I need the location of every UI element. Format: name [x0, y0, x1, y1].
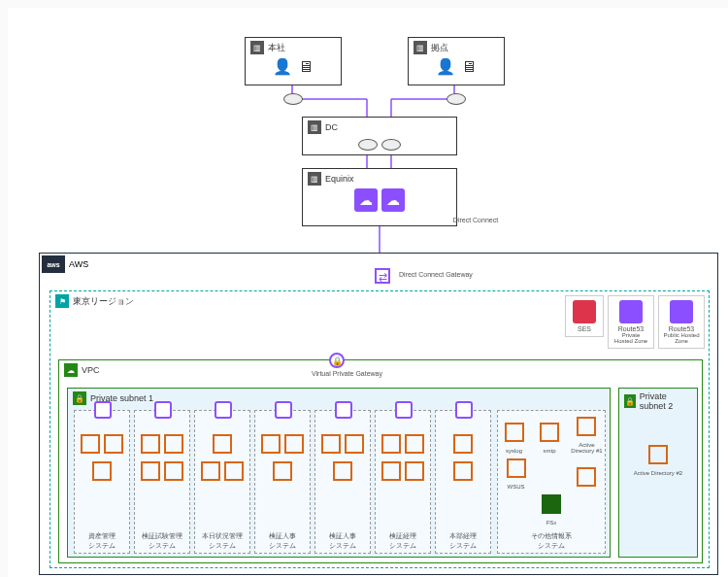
- router-icon: [283, 93, 303, 105]
- route53-icon: [619, 300, 643, 323]
- route53-icon: [670, 300, 693, 323]
- vgw-icon: 🔒: [329, 353, 345, 368]
- ec2-icon: [577, 467, 596, 487]
- ec2-icon: [577, 417, 596, 436]
- branch-label: 拠点: [431, 42, 448, 54]
- ec2-icon: [81, 434, 100, 454]
- vpc-label: VPC: [82, 365, 100, 375]
- r53-sublabel: Private Hosted Zone: [612, 332, 649, 344]
- dx-icon: ☁: [354, 188, 378, 212]
- ec2-icon: [405, 461, 424, 481]
- router-icon: [381, 139, 401, 151]
- subnet-icon: 🔒: [73, 391, 86, 405]
- building-icon: ▥: [308, 120, 321, 134]
- system-group-2: 検証試験管理 システム: [134, 410, 190, 554]
- infra-label: syslog: [499, 448, 530, 454]
- system-label: 検証人事 システム: [315, 531, 370, 551]
- vgw-label: Virtual Private Gateway: [312, 370, 382, 377]
- hq-label: 本社: [268, 42, 285, 54]
- aws-cloud-box: awsAWS ⇄ Direct Connect Gateway ⚑東京リージョン…: [39, 253, 718, 575]
- system-group-1: 資産管理 システム: [74, 410, 130, 554]
- r53-label: Route53: [612, 325, 649, 332]
- router-icon: [358, 139, 378, 151]
- ec2-icon: [381, 434, 401, 454]
- elb-icon: [275, 401, 292, 419]
- ec2-icon: [201, 461, 220, 481]
- elb-icon: [455, 401, 473, 419]
- system-label: 本日状況管理 システム: [195, 531, 249, 551]
- ec2-icon: [141, 434, 160, 454]
- ec2-icon: [213, 434, 232, 454]
- infra-label: Active Directory #1: [569, 442, 604, 454]
- dx-icon: ☁: [381, 188, 405, 212]
- building-icon: ▥: [250, 41, 264, 54]
- elb-icon: [395, 401, 413, 419]
- system-label: 検証経理 システム: [376, 531, 430, 551]
- ec2-icon: [405, 434, 424, 454]
- infra-label: WSUS: [501, 484, 532, 490]
- building-icon: ▥: [308, 172, 321, 186]
- system-label: 本部経理 システム: [436, 531, 490, 551]
- infra-label: FSx: [536, 520, 567, 526]
- equinix-label: Equinix: [325, 174, 354, 184]
- ec2-icon: [505, 423, 524, 442]
- desktop-icon: 🖥: [298, 58, 314, 76]
- elb-icon: [154, 401, 172, 419]
- ec2-icon: [648, 445, 668, 464]
- ec2-icon: [381, 461, 401, 481]
- ses-service: SES: [565, 295, 604, 337]
- aws-label: AWS: [69, 259, 88, 269]
- ses-label: SES: [570, 325, 599, 332]
- ec2-icon: [345, 434, 364, 454]
- private-subnet-2: 🔒Private subnet 2 Active Directory #2: [618, 388, 698, 558]
- region-label: 東京リージョン: [73, 295, 134, 308]
- ec2-icon: [453, 434, 473, 454]
- user-icon: 👤: [436, 57, 455, 76]
- ec2-icon: [321, 434, 341, 454]
- ec2-icon: [164, 461, 183, 481]
- ec2-icon: [104, 434, 123, 454]
- ec2-icon: [164, 434, 183, 454]
- fsx-icon: [542, 494, 561, 514]
- system-group-3: 本日状況管理 システム: [194, 410, 250, 554]
- subnet-icon: 🔒: [624, 394, 636, 408]
- infra-label: Active Directory #2: [619, 470, 697, 476]
- ec2-icon: [333, 461, 352, 481]
- building-icon: ▥: [414, 41, 427, 54]
- region-box: ⚑東京リージョン SES Route53Private Hosted Zone …: [50, 290, 710, 568]
- private-subnet-1: 🔒Private subnet 1 資産管理 システム 検証試験管理 システム …: [67, 388, 611, 558]
- dxgw-icon: ⇄: [375, 268, 390, 284]
- vpc-icon: ☁: [64, 363, 78, 377]
- equinix-box: ▥Equinix ☁ ☁ Direct Connect: [302, 168, 457, 226]
- route53-public: Route53Public Hosted Zone: [658, 295, 705, 349]
- r53-label: Route53: [663, 325, 700, 332]
- system-group-5: 検証人事 システム: [314, 410, 371, 554]
- elb-icon: [94, 401, 112, 419]
- vpc-box: ☁VPC 🔒 Virtual Private Gateway 🔒Private …: [58, 359, 703, 563]
- ec2-icon: [261, 434, 281, 454]
- user-icon: 👤: [273, 57, 292, 76]
- system-group-7: 本部経理 システム: [435, 410, 491, 554]
- router-icon: [447, 93, 466, 105]
- hq-box: ▥本社 👤🖥: [245, 37, 342, 85]
- ec2-icon: [92, 461, 112, 481]
- ec2-icon: [507, 458, 526, 478]
- system-label: 検証試験管理 システム: [135, 531, 189, 551]
- ec2-icon: [453, 461, 473, 481]
- route53-private: Route53Private Hosted Zone: [608, 295, 654, 349]
- architecture-diagram: ▥本社 👤🖥 ▥拠点 👤🖥 ▥DC ▥Equinix ☁ ☁ Direct Co…: [8, 8, 728, 577]
- region-icon: ⚑: [55, 294, 69, 308]
- ec2-icon: [284, 434, 304, 454]
- infra-label: smtp: [534, 448, 565, 454]
- branch-box: ▥拠点 👤🖥: [408, 37, 505, 85]
- system-label: 検証人事 システム: [255, 531, 310, 551]
- system-label: その他情報系 システム: [498, 531, 605, 551]
- dxgw-label: Direct Connect Gateway: [399, 271, 473, 278]
- ec2-icon: [224, 461, 244, 481]
- dc-label: DC: [325, 122, 338, 132]
- system-group-4: 検証人事 システム: [254, 410, 311, 554]
- system-group-6: 検証経理 システム: [375, 410, 431, 554]
- dx-label: Direct Connect: [447, 217, 505, 223]
- desktop-icon: 🖥: [461, 58, 477, 76]
- infra-group: syslog smtp Active Directory #1 WSUS FSx…: [497, 410, 606, 554]
